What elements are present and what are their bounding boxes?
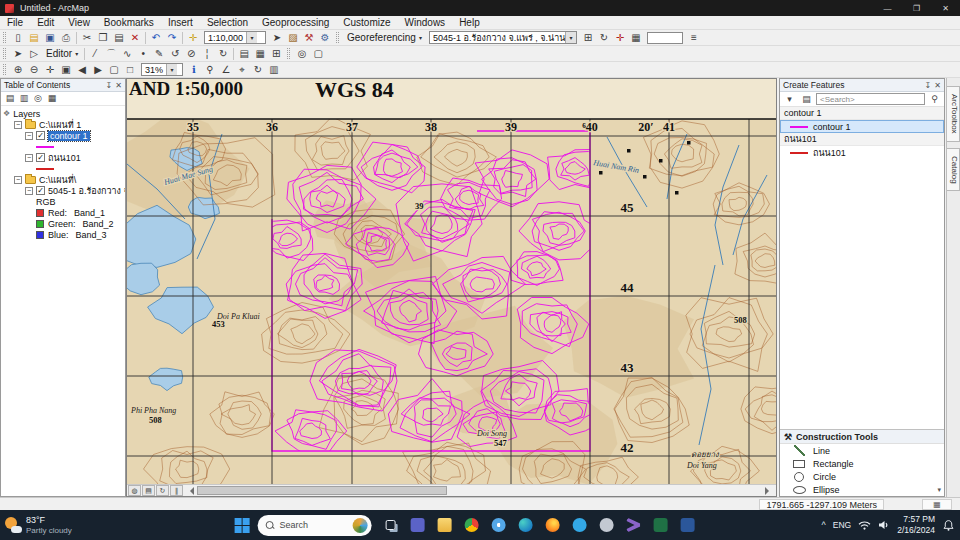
reshape-feature-icon[interactable]: ↺: [167, 47, 183, 61]
scroll-down-icon[interactable]: ▾: [937, 486, 941, 494]
weather-widget[interactable]: 83°F Partly cloudy: [5, 510, 72, 540]
edit-vertices-icon[interactable]: ✎: [151, 47, 167, 61]
toc-band-row[interactable]: Red:Band_1: [1, 207, 125, 218]
task-view-icon[interactable]: [380, 515, 401, 536]
layer-symbol[interactable]: [36, 168, 54, 170]
template-search-input[interactable]: <Search>: [816, 93, 925, 105]
snapping-icon[interactable]: ◎: [294, 47, 310, 61]
docked-tab-arctoolbox[interactable]: ArcToolbox: [947, 86, 960, 142]
tree-expander-icon[interactable]: −: [14, 121, 22, 129]
select-elements-icon[interactable]: ➤: [269, 31, 285, 45]
map-horizontal-scrollbar[interactable]: ◍ ▤ ↻ ∥: [127, 484, 776, 496]
attributes-icon[interactable]: ▤: [236, 47, 252, 61]
data-view-button[interactable]: ◍: [128, 485, 141, 496]
editor-trace-arrow-icon[interactable]: ▷: [26, 47, 42, 61]
toc-sub-row[interactable]: RGB: [1, 196, 125, 207]
toolbar-grip[interactable]: [3, 64, 6, 75]
pin-icon[interactable]: ↧: [106, 81, 113, 90]
visual-studio-icon[interactable]: [623, 515, 644, 536]
go-to-xy-icon[interactable]: ⌖: [234, 63, 250, 77]
layer-visibility-checkbox[interactable]: ✓: [36, 186, 45, 195]
create-features-icon[interactable]: ⊞: [268, 47, 284, 61]
delete-icon[interactable]: ✕: [127, 31, 143, 45]
tree-expander-icon[interactable]: −: [25, 132, 33, 140]
georeferencing-menu[interactable]: Georeferencing ▾: [343, 32, 426, 43]
catalog-window-icon[interactable]: ▨: [285, 31, 301, 45]
menu-item-customize[interactable]: Customize: [336, 16, 397, 29]
file-explorer-icon[interactable]: [434, 515, 455, 536]
construction-tool-rect[interactable]: Rectangle: [780, 457, 944, 470]
hidden-icons-chevron[interactable]: ^: [822, 520, 826, 530]
new-document-icon[interactable]: ▯: [10, 31, 26, 45]
start-button[interactable]: [235, 518, 250, 533]
toc-layer-row[interactable]: −✓5045-1 อ.ร้องกวาง จ.แพร: [1, 185, 125, 196]
construction-tool-circle[interactable]: Circle: [780, 470, 944, 483]
rotate-raster-icon[interactable]: ↻: [596, 31, 612, 45]
redo-icon[interactable]: ↷: [164, 31, 180, 45]
toc-folder-row[interactable]: −C:\แผนที่ 1: [1, 119, 125, 130]
maximize-button[interactable]: ❐: [902, 0, 931, 16]
point-tool-icon[interactable]: •: [135, 47, 151, 61]
word-icon[interactable]: [677, 515, 698, 536]
close-icon[interactable]: ✕: [115, 81, 122, 90]
straight-segment-icon[interactable]: ⁄: [87, 47, 103, 61]
editor-edit-tool-icon[interactable]: ➤: [10, 47, 26, 61]
organize-templates-icon[interactable]: ▤: [799, 93, 814, 106]
toc-layer-row[interactable]: −✓contour 1: [1, 130, 125, 141]
refresh-button[interactable]: ↻: [156, 485, 169, 496]
refresh-view-icon[interactable]: ↻: [250, 63, 266, 77]
add-data-icon[interactable]: ✛: [185, 31, 201, 45]
close-button[interactable]: ✕: [931, 0, 960, 16]
menu-item-file[interactable]: File: [0, 16, 30, 29]
feature-construction-icon[interactable]: ▢: [310, 47, 326, 61]
scroll-right-icon[interactable]: [765, 487, 773, 495]
toc-band-row[interactable]: Green:Band_2: [1, 218, 125, 229]
cf-layer-header[interactable]: contour 1: [780, 107, 944, 120]
toc-layer-row[interactable]: −✓ถนน101: [1, 152, 125, 163]
split-tool-icon[interactable]: ¦: [199, 47, 215, 61]
list-by-drawing-order-icon[interactable]: ▤: [3, 92, 17, 106]
edge-icon[interactable]: [515, 515, 536, 536]
zoom-out-icon[interactable]: ⊖: [26, 63, 42, 77]
excel-icon[interactable]: [650, 515, 671, 536]
find-icon[interactable]: ⚲: [202, 63, 218, 77]
toolbar-grip[interactable]: [287, 48, 290, 59]
language-indicator[interactable]: ENG: [833, 520, 851, 530]
teams-chat-icon[interactable]: [407, 515, 428, 536]
settings-icon[interactable]: [596, 515, 617, 536]
list-by-source-icon[interactable]: ▥: [17, 92, 31, 106]
menu-item-bookmarks[interactable]: Bookmarks: [97, 16, 161, 29]
menu-item-geoprocessing[interactable]: Geoprocessing: [255, 16, 336, 29]
pause-drawing-button[interactable]: ∥: [170, 485, 183, 496]
copy-icon[interactable]: ❐: [95, 31, 111, 45]
model-builder-icon[interactable]: ⚙: [317, 31, 333, 45]
map-canvas[interactable]: AND 1:50,000WGS 843536373839⁶4020′414544…: [127, 79, 776, 484]
paste-icon[interactable]: ▤: [111, 31, 127, 45]
clear-selection-icon[interactable]: □: [122, 63, 138, 77]
auto-adjust-icon[interactable]: ≡: [686, 31, 702, 45]
undo-icon[interactable]: ↶: [148, 31, 164, 45]
toolbar-grip[interactable]: [336, 32, 339, 43]
menu-item-edit[interactable]: Edit: [30, 16, 61, 29]
rotate-tool-icon[interactable]: ↻: [215, 47, 231, 61]
cut-polygons-icon[interactable]: ⊘: [183, 47, 199, 61]
georeferencing-layer-combo[interactable]: 5045-1 อ.ร้องกวาง จ.แพร่ , จ.น่าน ▾: [429, 31, 577, 44]
zoom-in-icon[interactable]: ⊕: [10, 63, 26, 77]
save-icon[interactable]: ▣: [42, 31, 58, 45]
minimize-button[interactable]: —: [873, 0, 902, 16]
list-by-visibility-icon[interactable]: ◎: [31, 92, 45, 106]
chrome-icon[interactable]: [461, 515, 482, 536]
taskbar-search[interactable]: Search: [258, 515, 372, 536]
menu-item-view[interactable]: View: [61, 16, 97, 29]
construction-tool-ellipse[interactable]: Ellipse: [780, 483, 944, 496]
georef-viewer-icon[interactable]: ⊞: [580, 31, 596, 45]
tree-expander-icon[interactable]: −: [14, 176, 22, 184]
endpoint-arc-icon[interactable]: ⌒: [103, 47, 119, 61]
tree-expander-icon[interactable]: −: [25, 154, 33, 162]
cf-template-item[interactable]: ถนน101: [780, 146, 944, 159]
layout-view-button[interactable]: ▤: [142, 485, 155, 496]
layer-visibility-checkbox[interactable]: ✓: [36, 131, 45, 140]
list-by-selection-icon[interactable]: ▦: [45, 92, 59, 106]
photos-icon[interactable]: [488, 515, 509, 536]
map-scale-combo[interactable]: 1:10,000 ▾: [204, 31, 266, 44]
